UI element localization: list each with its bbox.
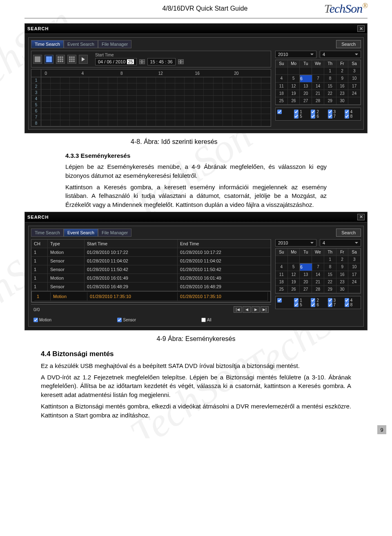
channel-check[interactable]: 3: [328, 110, 342, 114]
calendar-day[interactable]: 12: [288, 83, 300, 90]
channel-check[interactable]: 1: [294, 110, 308, 114]
close-button[interactable]: ✕: [357, 214, 365, 220]
calendar-day[interactable]: 5: [288, 263, 300, 271]
channel-check[interactable]: 2: [311, 298, 325, 303]
tab-time-search[interactable]: Time Search: [31, 40, 64, 48]
calendar-day[interactable]: 1: [324, 256, 336, 263]
calendar-day[interactable]: 17: [348, 271, 361, 278]
search-button[interactable]: Search: [336, 229, 361, 237]
calendar-day[interactable]: 8: [324, 263, 336, 271]
calendar-day[interactable]: 6: [300, 263, 312, 271]
time-input[interactable]: 15 : 45 : 36: [147, 58, 176, 65]
calendar-day[interactable]: 23: [336, 90, 349, 97]
tab-file-manager[interactable]: File Manager: [98, 40, 131, 48]
filter-sensor[interactable]: Sensor: [117, 318, 185, 322]
channel-check[interactable]: 5: [294, 114, 308, 119]
calendar-day[interactable]: 9: [336, 263, 349, 271]
filter-all[interactable]: All: [201, 318, 269, 322]
calendar-day[interactable]: 14: [312, 83, 324, 90]
calendar-day[interactable]: 8: [324, 75, 336, 83]
calendar-day[interactable]: 28: [312, 97, 324, 105]
calendar-day[interactable]: 6: [300, 75, 312, 83]
tab-time-search[interactable]: Time Search: [31, 229, 64, 237]
calendar-day[interactable]: 28: [312, 286, 324, 293]
calendar-day[interactable]: 19: [288, 90, 300, 97]
calendar-day[interactable]: 24: [348, 90, 361, 97]
calendar-day[interactable]: 13: [300, 271, 312, 278]
calendar-day[interactable]: 10: [348, 263, 361, 271]
calendar-day[interactable]: 9: [336, 75, 349, 83]
calendar-day[interactable]: 21: [312, 90, 324, 97]
calendar-day[interactable]: 16: [336, 271, 349, 278]
calendar-day[interactable]: 2: [336, 67, 349, 75]
last-page-button[interactable]: ▶|: [261, 306, 269, 313]
calendar-day[interactable]: 7: [312, 75, 325, 83]
calendar-day[interactable]: 16: [336, 83, 349, 90]
channel-check[interactable]: 8: [345, 114, 359, 119]
next-page-button[interactable]: ▶: [252, 306, 260, 313]
first-page-button[interactable]: |◀: [234, 306, 242, 313]
calendar-day[interactable]: 5: [288, 75, 300, 83]
calendar-day[interactable]: 2: [336, 256, 349, 263]
layout-2x2-button[interactable]: [45, 55, 53, 64]
calendar-day[interactable]: 1: [324, 67, 336, 75]
calendar-day[interactable]: 15: [324, 83, 336, 90]
calendar-day[interactable]: 29: [324, 286, 336, 293]
calendar-day[interactable]: 12: [288, 271, 300, 278]
date-input[interactable]: 04 / 06 / 201025: [95, 58, 137, 65]
calendar-day[interactable]: 25: [276, 97, 288, 105]
channel-check[interactable]: 7: [328, 303, 342, 307]
event-row[interactable]: 1Sensor01/28/2010 16:48:2901/28/2010 16:…: [31, 283, 271, 291]
channel-check[interactable]: 6: [311, 114, 325, 119]
calendar-day[interactable]: 17: [348, 83, 361, 90]
date-stepper[interactable]: ▲▼: [139, 59, 145, 64]
channel-check[interactable]: 8: [345, 303, 359, 307]
calendar-day[interactable]: 13: [300, 83, 312, 90]
calendar-day[interactable]: 29: [324, 97, 336, 105]
play-button[interactable]: [79, 55, 88, 64]
calendar-day[interactable]: 25: [276, 286, 288, 293]
calendar-day[interactable]: 23: [336, 278, 349, 286]
channel-check[interactable]: 4: [345, 110, 359, 114]
calendar-day[interactable]: 27: [300, 97, 312, 105]
calendar-day[interactable]: 21: [312, 278, 324, 286]
calendar-day[interactable]: 15: [324, 271, 336, 278]
channel-all-check[interactable]: [277, 298, 292, 303]
prev-page-button[interactable]: ◀: [243, 306, 251, 313]
channel-check[interactable]: 2: [311, 110, 325, 114]
layout-4x4-button[interactable]: [67, 55, 76, 64]
calendar-day[interactable]: 22: [324, 278, 336, 286]
calendar-day[interactable]: 20: [300, 90, 312, 97]
channel-check[interactable]: 3: [328, 298, 342, 303]
tab-file-manager[interactable]: File Manager: [98, 229, 131, 237]
channel-check[interactable]: 7: [328, 114, 342, 119]
channel-all-check[interactable]: [277, 110, 292, 114]
calendar-day[interactable]: 4: [276, 75, 288, 83]
calendar-day[interactable]: 19: [288, 278, 300, 286]
event-row[interactable]: 1Motion01/28/2010 16:01:4901/28/2010 16:…: [31, 274, 271, 283]
calendar-day[interactable]: 7: [312, 263, 325, 271]
calendar-day[interactable]: 4: [276, 263, 288, 271]
close-button[interactable]: ✕: [357, 25, 365, 32]
search-button[interactable]: Search: [336, 40, 361, 48]
calendar-day[interactable]: 11: [276, 271, 288, 278]
year-select[interactable]: 2010: [275, 51, 316, 58]
filter-motion[interactable]: Motion: [33, 318, 101, 322]
calendar-day[interactable]: 11: [276, 83, 288, 90]
calendar-day[interactable]: 27: [300, 286, 312, 293]
time-stepper[interactable]: ▲▼: [178, 59, 184, 64]
calendar-day[interactable]: 30: [336, 97, 349, 105]
layout-3x3-button[interactable]: [56, 55, 65, 64]
calendar-day[interactable]: 30: [336, 286, 349, 293]
month-select[interactable]: 4: [320, 239, 361, 247]
event-row[interactable]: 1Sensor01/28/2010 11:04:0201/28/2010 11:…: [31, 257, 271, 265]
calendar-day[interactable]: 20: [300, 278, 312, 286]
event-row[interactable]: 1Sensor01/28/2010 11:50:4201/28/2010 11:…: [31, 265, 271, 274]
channel-check[interactable]: 1: [294, 298, 308, 303]
channel-check[interactable]: 5: [294, 303, 308, 307]
calendar-day[interactable]: 10: [348, 75, 361, 83]
calendar-day[interactable]: 24: [348, 278, 361, 286]
calendar-day[interactable]: 18: [276, 90, 288, 97]
calendar-day[interactable]: 14: [312, 271, 324, 278]
year-select[interactable]: 2010: [275, 239, 316, 247]
